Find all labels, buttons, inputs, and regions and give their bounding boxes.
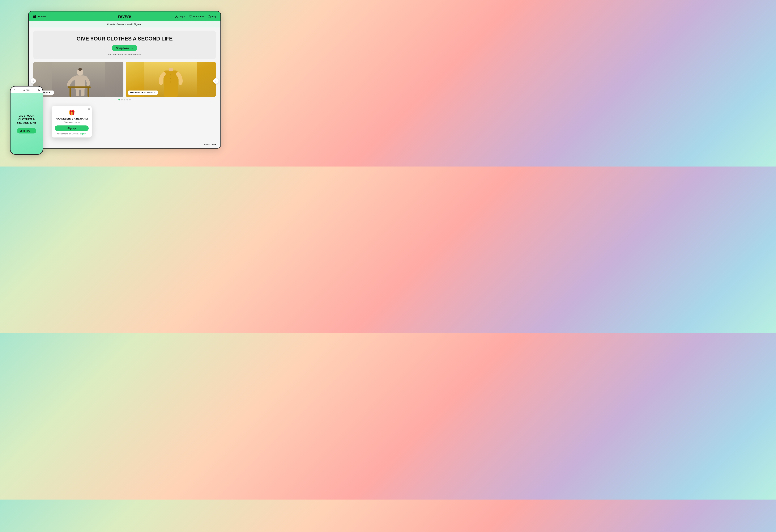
hero-title: GIVE YOUR CLOTHES A SECOND LIFE bbox=[37, 36, 212, 42]
carousel-item-favorite[interactable]: THIS MONTH'S FAVORITE bbox=[126, 62, 216, 97]
bag-icon bbox=[208, 15, 210, 18]
carousel-dots bbox=[33, 99, 216, 100]
carousel-dot-5[interactable] bbox=[129, 99, 131, 100]
desktop-navbar: Browse revive Login Watch List bbox=[29, 11, 220, 21]
bag-button[interactable]: Bag bbox=[208, 15, 216, 18]
mobile-content: GIVE YOUR CLOTHES A SECOND LIFE Shop Now… bbox=[10, 93, 43, 154]
popup-signin-link[interactable]: Sign in bbox=[80, 133, 86, 135]
promo-banner: All sorts of rewards await! Sign up bbox=[29, 21, 220, 27]
svg-rect-23 bbox=[12, 90, 15, 90]
svg-rect-0 bbox=[33, 15, 35, 15]
carousel-dot-3[interactable] bbox=[124, 99, 125, 100]
svg-rect-21 bbox=[12, 89, 14, 89]
shop-now-button[interactable]: Shop Now → bbox=[112, 45, 137, 51]
carousel-next-button[interactable]: › bbox=[213, 78, 219, 84]
svg-rect-14 bbox=[87, 88, 89, 97]
mobile-shop-now-label: Shop Now bbox=[20, 129, 30, 132]
svg-point-18 bbox=[170, 78, 171, 79]
bag-label: Bag bbox=[211, 15, 216, 18]
carousel-dot-1[interactable] bbox=[119, 99, 120, 100]
mobile-shop-now-button[interactable]: Shop Now → bbox=[17, 128, 36, 134]
reward-popup: × 🎁 YOU DESERVE A REWARD! Sign up or Log… bbox=[51, 106, 92, 138]
carousel-label-favorite: THIS MONTH'S FAVORITE bbox=[128, 90, 158, 95]
carousel-dot-2[interactable] bbox=[121, 99, 123, 100]
arrow-right-icon: → bbox=[131, 47, 133, 50]
browse-icon bbox=[33, 15, 36, 18]
svg-point-1 bbox=[35, 15, 36, 16]
desktop-logo: revive bbox=[118, 14, 131, 19]
popup-signin-prompt: Already have an account? Sign in bbox=[55, 133, 88, 135]
svg-rect-24 bbox=[12, 91, 15, 91]
mobile-arrow-icon: → bbox=[31, 129, 33, 132]
carousel-track: OUR NEWEST bbox=[33, 62, 216, 97]
watchlist-button[interactable]: Watch List bbox=[189, 15, 204, 18]
shop-men-link[interactable]: Shop men bbox=[204, 143, 216, 146]
popup-subtitle: Sign up or Log in bbox=[55, 121, 88, 123]
carousel-item-newest[interactable]: OUR NEWEST bbox=[33, 62, 124, 97]
popup-signin-prompt-text: Already have an account? bbox=[57, 133, 79, 135]
carousel-dot-4[interactable] bbox=[127, 99, 128, 100]
mobile-frame: revive GIVE YOUR CLOTHES A SECOND LIFE S… bbox=[10, 86, 43, 155]
svg-point-8 bbox=[78, 68, 82, 71]
banner-text: All sorts of rewards await! bbox=[107, 23, 133, 26]
popup-signup-button[interactable]: Sign up bbox=[55, 125, 88, 131]
login-button[interactable]: Login bbox=[175, 15, 185, 18]
svg-rect-20 bbox=[169, 68, 173, 71]
popup-close-button[interactable]: × bbox=[88, 107, 90, 110]
mobile-logo: revive bbox=[23, 89, 30, 91]
svg-point-19 bbox=[170, 81, 171, 82]
svg-point-22 bbox=[14, 89, 15, 89]
svg-rect-3 bbox=[33, 17, 36, 18]
watchlist-label: Watch List bbox=[193, 15, 204, 18]
login-label: Login bbox=[179, 15, 185, 18]
svg-rect-10 bbox=[76, 89, 79, 96]
svg-point-17 bbox=[170, 74, 171, 75]
svg-rect-5 bbox=[208, 16, 210, 18]
mobile-navbar: revive bbox=[10, 86, 43, 93]
popup-gift-icon: 🎁 bbox=[55, 109, 88, 116]
browse-button[interactable]: Browse bbox=[33, 15, 46, 18]
svg-point-4 bbox=[176, 15, 177, 17]
mobile-search-icon[interactable] bbox=[38, 88, 41, 91]
svg-rect-2 bbox=[33, 16, 36, 17]
mobile-hero-title: GIVE YOUR CLOTHES A SECOND LIFE bbox=[13, 114, 40, 124]
user-icon bbox=[175, 15, 178, 18]
carousel-prev-button[interactable]: ‹ bbox=[31, 78, 36, 84]
navbar-actions: Login Watch List Bag bbox=[175, 15, 216, 18]
svg-line-26 bbox=[40, 90, 41, 91]
banner-signup-link[interactable]: Sign up bbox=[134, 23, 142, 26]
popup-title: YOU DESERVE A REWARD! bbox=[55, 117, 88, 120]
hero-card: GIVE YOUR CLOTHES A SECOND LIFE Shop Now… bbox=[33, 31, 216, 59]
hero-subtitle: Secondhand never looked better bbox=[37, 53, 212, 56]
svg-rect-13 bbox=[69, 88, 71, 97]
svg-rect-11 bbox=[81, 89, 84, 96]
heart-icon bbox=[189, 15, 192, 18]
shop-now-label: Shop Now bbox=[116, 47, 129, 50]
browse-label: Browse bbox=[37, 15, 46, 18]
product-carousel: ‹ bbox=[33, 62, 216, 100]
mobile-browse-icon[interactable] bbox=[12, 89, 15, 91]
svg-rect-12 bbox=[68, 86, 91, 88]
